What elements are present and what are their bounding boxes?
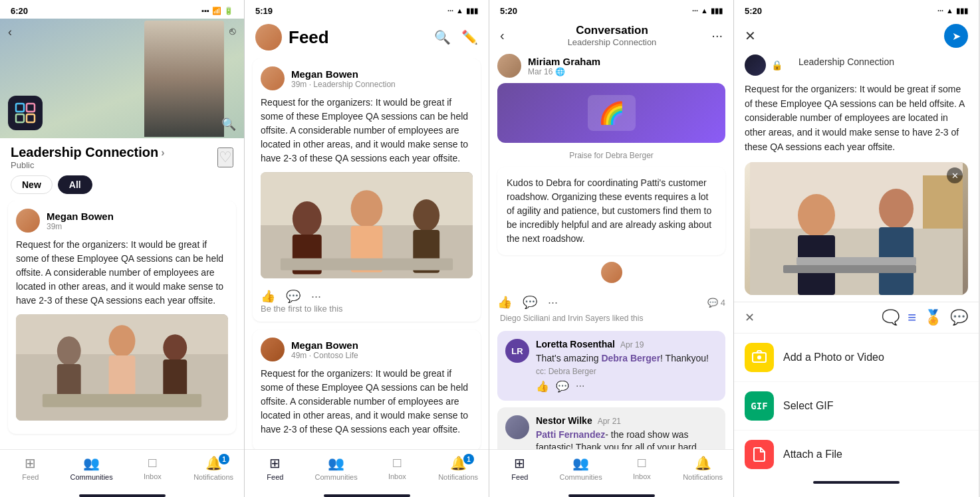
post-meta-1: Megan Bowen 39m [47,211,114,231]
svg-rect-29 [783,265,916,273]
send-button-4[interactable]: ➤ [944,24,968,48]
p1-feed: Megan Bowen 39m Request for the organize… [0,201,244,449]
nav-feed-3[interactable]: ⊞ Feed [489,455,551,481]
tab-all[interactable]: All [58,175,92,194]
chat-icon[interactable]: 💬 [950,309,968,326]
attachment-close-button[interactable]: ✕ [745,310,755,325]
select-gif-option[interactable]: GIF Select GIF [734,382,979,431]
user-avatar-2 [255,24,282,50]
meeting-svg-2 [261,172,473,278]
verified-icon: 🌐 [555,67,565,76]
back-button[interactable]: ‹ [8,25,12,39]
nav-inbox-2[interactable]: □ Inbox [367,455,428,481]
communities-label-3: Communities [560,473,602,481]
select-gif-label: Select GIF [783,400,834,412]
loretta-actions: 👍 💬 ··· [536,380,709,393]
reaction-row [497,262,725,283]
hero-person [144,21,224,137]
meeting-svg-1 [16,314,228,421]
notifications-badge-2: 1 [463,454,474,464]
svg-point-15 [293,201,322,236]
feed-header-icons: 🔍 ✏️ [434,29,478,45]
community-visibility: Public [11,160,165,170]
hero-image: ‹ ⎋ 🔍 [0,19,244,138]
nav-communities-1[interactable]: 👥 Communities [61,455,122,481]
svg-point-32 [757,355,761,359]
time-4: 5:20 [745,6,762,16]
nav-notifications-3[interactable]: 🔔 Notifications [672,455,733,481]
back-button-3[interactable]: ‹ [500,28,505,43]
search-button-2[interactable]: 🔍 [434,29,451,45]
list-icon[interactable]: ≡ [908,309,916,326]
community-details: Leadership Connection › Public [11,145,165,170]
attach-file-label: Attach a File [783,448,842,460]
more-button-p3[interactable]: ··· [548,296,558,310]
inbox-label-3: Inbox [633,472,651,480]
feed-header-left: Feed [255,24,329,50]
nav-notifications-1[interactable]: 1 🔔 Notifications [183,455,244,481]
bottom-nav-1: ⊞ Feed 👥 Communities □ Inbox 1 🔔 Notific… [0,449,244,492]
p4-community-bar: 🔒 Leadership Connection [734,54,979,82]
nav-feed-1[interactable]: ⊞ Feed [0,455,61,481]
more-button-3[interactable]: ··· [711,28,723,43]
svg-point-8 [109,325,136,357]
loretta-date: Apr 19 [620,340,644,349]
nav-communities-2[interactable]: 👥 Communities [306,455,367,481]
nav-inbox-1[interactable]: □ Inbox [122,455,184,481]
home-indicator-3 [568,494,655,497]
tab-new[interactable]: New [11,175,53,194]
avatar-nestor [505,415,529,439]
reply-loretta: LR Loretta Rosenthal Apr 19 That's amazi… [497,331,725,401]
nav-inbox-3[interactable]: □ Inbox [612,455,673,481]
comment-loretta[interactable]: 💬 [556,380,569,393]
logo-svg [13,101,37,125]
award-icon[interactable]: 🏅 [924,309,942,326]
wifi-icon: 📶 [212,7,221,15]
nav-notifications-2[interactable]: 1 🔔 Notifications [428,455,489,481]
notifications-label-1: Notifications [193,473,233,481]
like-button-p2-1[interactable]: 👍 [261,289,275,304]
signal-icon: ▪▪▪ [201,7,209,15]
attach-file-option[interactable]: Attach a File [734,431,979,478]
gif-icon-box: GIF [745,391,774,421]
battery-icon: 🔋 [224,7,233,15]
battery-icon-3: ▮▮▮ [711,7,723,15]
svg-rect-12 [43,394,201,407]
post-meta-p2-2: Megan Bowen 49m · Contoso Life [291,340,358,360]
loretta-highlight: Debra Berger [601,353,660,363]
like-button-p3[interactable]: 👍 [497,295,512,310]
more-button-p2-1[interactable]: ··· [311,290,321,304]
compose-button-2[interactable]: ✏️ [461,29,478,45]
favorite-button[interactable]: ♡ [217,148,233,167]
loretta-name: Loretta Rosenthal [536,339,615,349]
like-loretta[interactable]: 👍 [536,380,549,393]
time-1: 6:20 [11,6,28,16]
comment-button-p3[interactable]: 💬 [523,295,537,310]
praise-text: Kudos to Debra for coordinating Patti's … [497,167,725,255]
status-icons-3: ··· ▲ ▮▮▮ [692,7,723,15]
author-p2-1: Megan Bowen [291,68,396,80]
svg-point-6 [57,336,81,365]
comment-button-p2-1[interactable]: 💬 [286,289,301,304]
loretta-header: Loretta Rosenthal Apr 19 [536,339,709,349]
post-image-1 [16,314,228,421]
panel-4: 5:20 ··· ▲ ▮▮▮ ✕ ➤ 🔒 Leadership Connecti… [734,0,979,497]
status-bar-2: 5:19 ··· ▲ ▮▮▮ [245,0,489,19]
nestor-date: Apr 21 [598,417,621,426]
nav-feed-2[interactable]: ⊞ Feed [245,455,306,481]
bottom-nav-3: ⊞ Feed 👥 Communities □ Inbox 🔔 Notificat… [489,449,733,492]
more-loretta[interactable]: ··· [576,380,584,393]
inbox-label-2: Inbox [388,472,406,480]
post-card-p2-2: Megan Bowen 49m · Contoso Life Request f… [253,330,481,449]
nav-communities-3[interactable]: 👥 Communities [551,455,612,481]
feed-label-3: Feed [511,473,528,481]
sticker-icon[interactable]: 🗨️ [882,309,900,326]
battery-icon-4: ▮▮▮ [956,7,968,15]
close-button-4[interactable]: ✕ [745,28,756,44]
search-button[interactable]: 🔍 [221,117,236,132]
feed-header: Feed 🔍 ✏️ [245,19,489,58]
chevron-icon: › [161,147,164,159]
add-photo-option[interactable]: Add a Photo or Video [734,334,979,382]
share-button[interactable]: ⎋ [229,25,236,37]
communities-label-2: Communities [315,473,358,481]
